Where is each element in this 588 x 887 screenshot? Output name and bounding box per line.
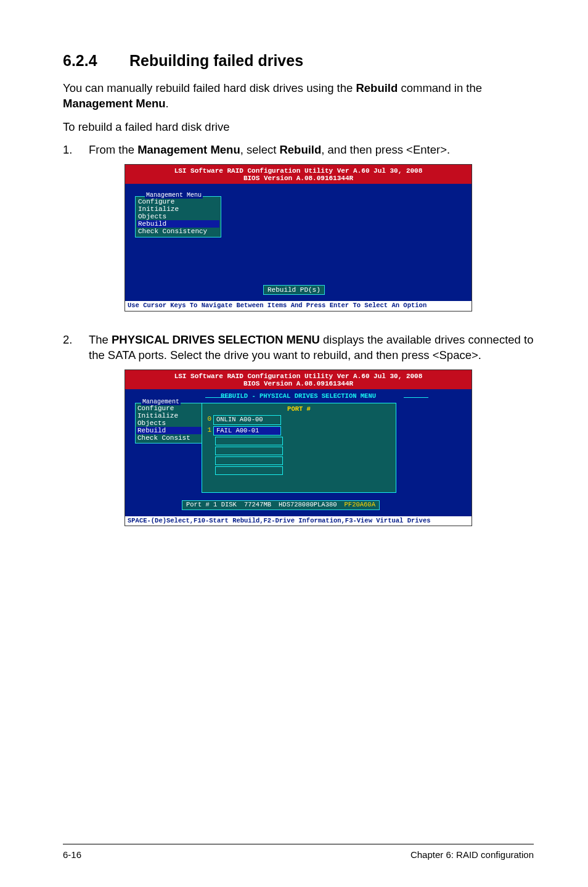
heading-number: 6.2.4: [63, 52, 97, 69]
bios-header-line1: LSI Software RAID Configuration Utility …: [174, 167, 423, 175]
drive-status: FAIL A00-01: [213, 426, 281, 436]
drive-row-0[interactable]: 0 ONLIN A00-00: [205, 415, 393, 425]
menu-item-objects[interactable]: Objects: [137, 419, 200, 427]
management-menu-box[interactable]: Management Menu Configure Initialize Obj…: [135, 196, 221, 237]
menu-item-configure[interactable]: Configure: [137, 405, 200, 412]
page-footer: 6-16 Chapter 6: RAID configuration: [63, 844, 534, 860]
management-menu-box[interactable]: Management Configure Initialize Objects …: [135, 403, 203, 444]
step-body: The PHYSICAL DRIVES SELECTION MENU displ…: [89, 332, 534, 363]
drive-row-1[interactable]: 1 FAIL A00-01: [205, 426, 393, 436]
drive-status: ONLIN A00-00: [213, 415, 281, 425]
bios-footer: SPACE-(De)Select,F10-Start Rebuild,F2-Dr…: [125, 516, 472, 526]
menu-item-rebuild[interactable]: Rebuild: [136, 427, 202, 434]
drive-selection-panel: PORT # 0 ONLIN A00-00 1 FAIL A00-01: [202, 403, 396, 493]
drive-slot-empty: [215, 466, 283, 475]
page-number: 6-16: [63, 849, 81, 860]
info-firmware: PF20A60A: [345, 501, 375, 509]
selection-menu-title: REBUILD - PHYSICAL DRIVES SELECTION MENU: [131, 393, 465, 400]
screenshot-drive-selection: LSI Software RAID Configuration Utility …: [125, 369, 472, 527]
menu-item-check-consist[interactable]: Check Consist: [137, 434, 200, 442]
management-menu: Management Menu Configure Initialize Obj…: [135, 196, 221, 237]
bios-footer: Use Cursor Keys To Navigate Between Item…: [125, 301, 472, 311]
drive-slot-empty: [215, 456, 283, 465]
port-header: PORT #: [205, 406, 393, 413]
bios-header: LSI Software RAID Configuration Utility …: [125, 165, 472, 184]
info-model: HDS728080PLA380: [279, 501, 337, 509]
menu-item-rebuild[interactable]: Rebuild: [137, 220, 219, 228]
drive-slot-empty: [215, 447, 283, 455]
hint-rebuild-pd: Rebuild PD(s): [263, 285, 325, 295]
menu-item-check-consistency[interactable]: Check Consistency: [138, 228, 218, 235]
menu-item-initialize[interactable]: Initialize: [137, 412, 200, 419]
drive-index: 0: [205, 415, 213, 425]
section-heading: 6.2.4 Rebuilding failed drives: [63, 52, 534, 70]
management-menu-title: Management: [141, 398, 181, 405]
step-number: 1.: [63, 142, 89, 158]
bios-body: REBUILD - PHYSICAL DRIVES SELECTION MENU…: [125, 389, 472, 516]
bios-header: LSI Software RAID Configuration Utility …: [125, 370, 472, 389]
step-number: 2.: [63, 332, 89, 363]
screenshot-management-menu: LSI Software RAID Configuration Utility …: [125, 164, 472, 311]
info-port: Port # 1 DISK: [186, 501, 237, 509]
menu-item-objects[interactable]: Objects: [138, 213, 218, 220]
step-1: 1. From the Management Menu, select Rebu…: [63, 142, 534, 158]
step-body: From the Management Menu, select Rebuild…: [89, 142, 534, 158]
bios-header-line1: LSI Software RAID Configuration Utility …: [174, 373, 423, 380]
menu-item-initialize[interactable]: Initialize: [138, 205, 218, 213]
info-size: 77247MB: [244, 501, 271, 509]
lead-paragraph: You can manually rebuild failed hard dis…: [63, 81, 534, 112]
bios-header-line2: BIOS Version A.08.09161344R: [130, 175, 467, 182]
bios-header-line2: BIOS Version A.08.09161344R: [130, 380, 467, 387]
intro-line: To rebuild a failed hard disk drive: [63, 120, 534, 134]
menu-item-configure[interactable]: Configure: [138, 198, 218, 205]
chapter-title: Chapter 6: RAID configuration: [410, 849, 534, 860]
heading-title: Rebuilding failed drives: [129, 52, 303, 69]
management-menu-title: Management Menu: [145, 192, 203, 199]
drive-index: 1: [205, 426, 213, 436]
drive-info-bar: Port # 1 DISK 77247MB HDS728080PLA380 PF…: [182, 500, 380, 510]
drive-slot-empty: [215, 437, 283, 445]
bios-body: Management Menu Configure Initialize Obj…: [125, 184, 472, 301]
step-2: 2. The PHYSICAL DRIVES SELECTION MENU di…: [63, 332, 534, 363]
management-menu: Management Configure Initialize Objects …: [135, 403, 203, 444]
